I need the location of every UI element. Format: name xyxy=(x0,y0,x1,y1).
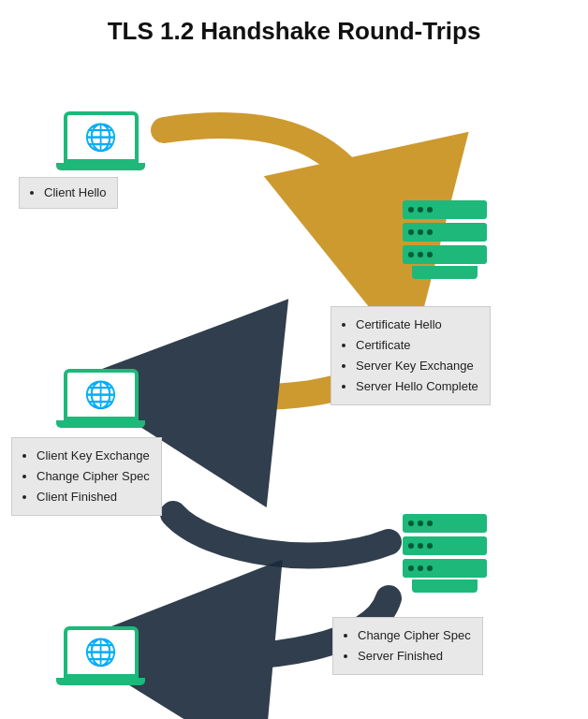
server-unit-1c xyxy=(403,245,487,264)
client-laptop-1: 🌐 xyxy=(56,111,145,170)
server-response-box: Certificate Hello Certificate Server Key… xyxy=(331,306,491,405)
server-finish-item-0: Change Cipher Spec xyxy=(358,625,471,646)
server-leg-1 xyxy=(412,266,478,279)
server-item-3: Server Hello Complete xyxy=(356,376,478,397)
server-item-0: Certificate Hello xyxy=(356,315,478,335)
globe-icon-2: 🌐 xyxy=(84,379,117,410)
globe-icon-1: 🌐 xyxy=(84,122,117,153)
globe-icon-3: 🌐 xyxy=(84,637,117,668)
server-unit-1b xyxy=(403,223,487,242)
server-units-2 xyxy=(403,514,487,578)
server-finish-item-1: Server Finished xyxy=(358,646,471,667)
server-item-2: Server Key Exchange xyxy=(356,356,478,376)
diagram: 🌐 Client Hello xyxy=(0,55,588,719)
server-finish-box: Change Cipher Spec Server Finished xyxy=(332,617,483,675)
server-leg-2 xyxy=(412,580,478,593)
server-item-1: Certificate xyxy=(356,335,478,356)
laptop-base-1 xyxy=(56,163,145,170)
server-2 xyxy=(403,514,487,593)
server-units-1 xyxy=(403,200,487,264)
page-title: TLS 1.2 Handshake Round-Trips xyxy=(0,0,588,55)
laptop-screen-1: 🌐 xyxy=(64,111,139,163)
server-unit-2c xyxy=(403,559,487,578)
server-unit-2a xyxy=(403,514,487,533)
client-response-box: Client Key Exchange Change Cipher Spec C… xyxy=(11,437,162,516)
client-hello-box: Client Hello xyxy=(19,177,118,209)
laptop-screen-2: 🌐 xyxy=(64,369,139,420)
client-hello-item: Client Hello xyxy=(44,183,106,203)
client-laptop-2: 🌐 xyxy=(56,369,145,428)
client-item-1: Change Cipher Spec xyxy=(37,466,150,487)
laptop-base-3 xyxy=(56,678,145,685)
client-item-0: Client Key Exchange xyxy=(37,446,150,466)
client-laptop-3: 🌐 xyxy=(56,626,145,685)
laptop-screen-3: 🌐 xyxy=(64,626,139,678)
laptop-base-2 xyxy=(56,420,145,428)
server-unit-1a xyxy=(403,200,487,219)
server-1 xyxy=(403,200,487,279)
client-item-2: Client Finished xyxy=(37,487,150,507)
server-unit-2b xyxy=(403,536,487,555)
